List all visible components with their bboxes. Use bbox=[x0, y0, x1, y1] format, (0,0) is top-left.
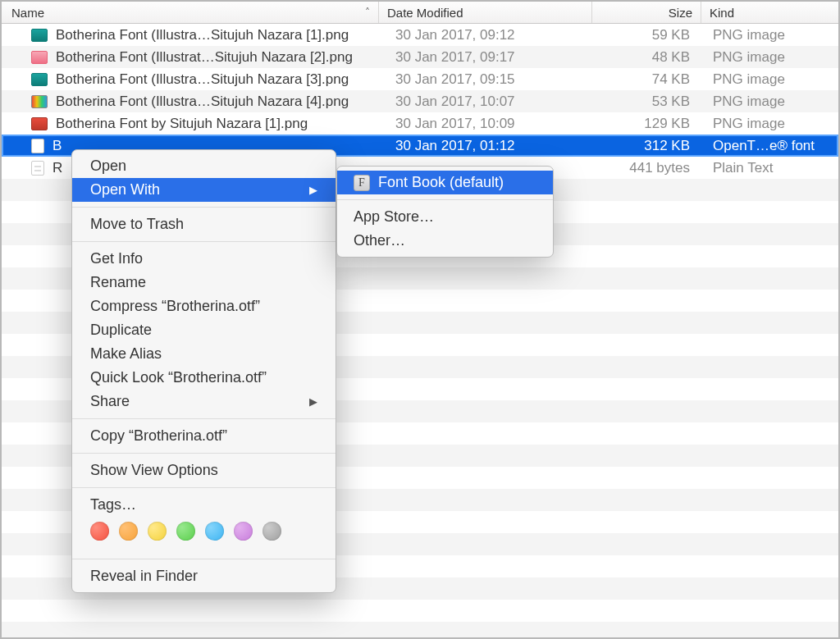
tag-red[interactable] bbox=[90, 522, 109, 541]
menu-quick-look[interactable]: Quick Look “Brotherina.otf” bbox=[72, 366, 336, 390]
menu-open-label: Open bbox=[90, 157, 126, 175]
file-icon bbox=[31, 95, 48, 108]
menu-share[interactable]: Share ▶ bbox=[72, 390, 336, 413]
tag-gray[interactable] bbox=[262, 522, 281, 541]
file-row[interactable]: Botherina Font (Illustra…Situjuh Nazara … bbox=[2, 68, 838, 90]
file-name: Botherina Font (Illustra…Situjuh Nazara … bbox=[56, 71, 349, 88]
file-date: 30 Jan 2017, 10:07 bbox=[379, 94, 592, 110]
column-header-name[interactable]: Name ˄ bbox=[2, 2, 379, 23]
file-name: Botherina Font (Illustra…Situjuh Nazara … bbox=[56, 94, 349, 110]
menu-trash-label: Move to Trash bbox=[90, 216, 184, 233]
menu-separator bbox=[72, 207, 336, 208]
menu-trash[interactable]: Move to Trash bbox=[72, 212, 336, 236]
menu-compress-label: Compress “Brotherina.otf” bbox=[90, 298, 260, 315]
tag-color-row bbox=[72, 517, 336, 554]
tag-purple[interactable] bbox=[234, 522, 253, 541]
submenu-fontbook-label: Font Book (default) bbox=[378, 174, 504, 191]
menu-duplicate[interactable]: Duplicate bbox=[72, 318, 336, 342]
file-icon bbox=[31, 51, 48, 64]
submenu-other[interactable]: Other… bbox=[337, 229, 553, 253]
file-icon bbox=[31, 161, 44, 176]
file-kind: PNG image bbox=[701, 71, 838, 88]
file-row[interactable]: Botherina Font (Illustra…Situjuh Nazara … bbox=[2, 90, 838, 112]
column-header-date[interactable]: Date Modified bbox=[379, 2, 592, 23]
file-kind: Plain Text bbox=[701, 160, 838, 176]
file-row[interactable]: Botherina Font (Illustrat…Situjuh Nazara… bbox=[2, 46, 838, 68]
menu-open-with-label: Open With bbox=[90, 181, 160, 199]
file-date: 30 Jan 2017, 09:17 bbox=[379, 49, 592, 66]
tag-yellow[interactable] bbox=[148, 522, 167, 541]
file-kind: PNG image bbox=[701, 27, 838, 43]
menu-separator bbox=[72, 453, 336, 454]
menu-tags[interactable]: Tags… bbox=[72, 493, 336, 517]
file-name: B bbox=[52, 138, 62, 154]
fontbook-icon: F bbox=[354, 175, 370, 191]
file-name: Botherina Font (Illustra…Situjuh Nazara … bbox=[56, 27, 349, 43]
file-icon bbox=[31, 139, 44, 153]
menu-separator bbox=[72, 559, 336, 559]
file-size: 53 KB bbox=[592, 94, 701, 110]
tag-blue[interactable] bbox=[205, 522, 224, 541]
file-row[interactable]: Botherina Font by Situjuh Nazara [1].png… bbox=[2, 112, 838, 135]
submenu-appstore[interactable]: App Store… bbox=[337, 205, 553, 229]
menu-separator bbox=[72, 487, 336, 488]
submenu-appstore-label: App Store… bbox=[354, 208, 434, 226]
submenu-arrow-icon: ▶ bbox=[309, 184, 317, 196]
file-size: 48 KB bbox=[592, 49, 701, 66]
column-header-size-label: Size bbox=[669, 6, 692, 20]
file-size: 74 KB bbox=[592, 71, 701, 88]
menu-make-alias[interactable]: Make Alias bbox=[72, 342, 336, 366]
column-header-kind-label: Kind bbox=[710, 6, 734, 20]
menu-reveal-label: Reveal in Finder bbox=[90, 568, 198, 585]
file-kind: PNG image bbox=[701, 116, 838, 132]
file-kind: OpenT…e® font bbox=[701, 138, 838, 154]
menu-duplicate-label: Duplicate bbox=[90, 322, 152, 339]
tag-green[interactable] bbox=[176, 522, 195, 541]
file-icon bbox=[31, 73, 48, 86]
column-header-row: Name ˄ Date Modified Size Kind bbox=[2, 2, 838, 24]
file-date: 30 Jan 2017, 10:09 bbox=[379, 116, 592, 132]
menu-compress[interactable]: Compress “Brotherina.otf” bbox=[72, 294, 336, 318]
file-icon bbox=[31, 117, 48, 130]
submenu-arrow-icon: ▶ bbox=[309, 395, 317, 408]
column-header-size[interactable]: Size bbox=[592, 2, 701, 23]
menu-make-alias-label: Make Alias bbox=[90, 345, 162, 363]
file-kind: PNG image bbox=[701, 94, 838, 110]
file-size: 441 bytes bbox=[592, 160, 701, 176]
file-name: Botherina Font (Illustrat…Situjuh Nazara… bbox=[56, 49, 353, 66]
file-kind: PNG image bbox=[701, 49, 838, 66]
file-size: 59 KB bbox=[592, 27, 701, 43]
file-name: Botherina Font by Situjuh Nazara [1].png bbox=[56, 116, 308, 132]
file-size: 129 KB bbox=[592, 116, 701, 132]
menu-view-options-label: Show View Options bbox=[90, 462, 218, 479]
menu-open[interactable]: Open bbox=[72, 154, 336, 178]
menu-view-options[interactable]: Show View Options bbox=[72, 459, 336, 482]
context-menu: Open Open With ▶ Move to Trash Get Info … bbox=[71, 149, 336, 593]
column-header-date-label: Date Modified bbox=[387, 6, 463, 20]
tag-orange[interactable] bbox=[119, 522, 138, 541]
menu-rename[interactable]: Rename bbox=[72, 271, 336, 294]
file-icon bbox=[31, 29, 48, 42]
menu-tags-label: Tags… bbox=[90, 496, 136, 513]
file-row[interactable]: Botherina Font (Illustra…Situjuh Nazara … bbox=[2, 24, 838, 46]
column-header-name-label: Name bbox=[11, 6, 44, 20]
column-header-kind[interactable]: Kind bbox=[701, 2, 838, 23]
menu-reveal-in-finder[interactable]: Reveal in Finder bbox=[72, 564, 336, 588]
file-size: 312 KB bbox=[592, 138, 701, 154]
menu-get-info[interactable]: Get Info bbox=[72, 247, 336, 271]
menu-separator bbox=[72, 241, 336, 242]
menu-rename-label: Rename bbox=[90, 274, 146, 291]
menu-copy[interactable]: Copy “Brotherina.otf” bbox=[72, 424, 336, 448]
file-date: 30 Jan 2017, 09:12 bbox=[379, 27, 592, 43]
sort-ascending-icon: ˄ bbox=[365, 7, 370, 18]
menu-get-info-label: Get Info bbox=[90, 250, 143, 267]
menu-share-label: Share bbox=[90, 393, 130, 410]
file-date: 30 Jan 2017, 01:12 bbox=[379, 138, 592, 154]
file-date: 30 Jan 2017, 09:15 bbox=[379, 71, 592, 88]
submenu-fontbook[interactable]: F Font Book (default) bbox=[337, 171, 553, 194]
menu-separator bbox=[337, 199, 553, 200]
submenu-other-label: Other… bbox=[354, 232, 405, 249]
menu-open-with[interactable]: Open With ▶ bbox=[72, 178, 336, 202]
menu-separator bbox=[72, 418, 336, 419]
menu-quick-look-label: Quick Look “Brotherina.otf” bbox=[90, 369, 267, 386]
